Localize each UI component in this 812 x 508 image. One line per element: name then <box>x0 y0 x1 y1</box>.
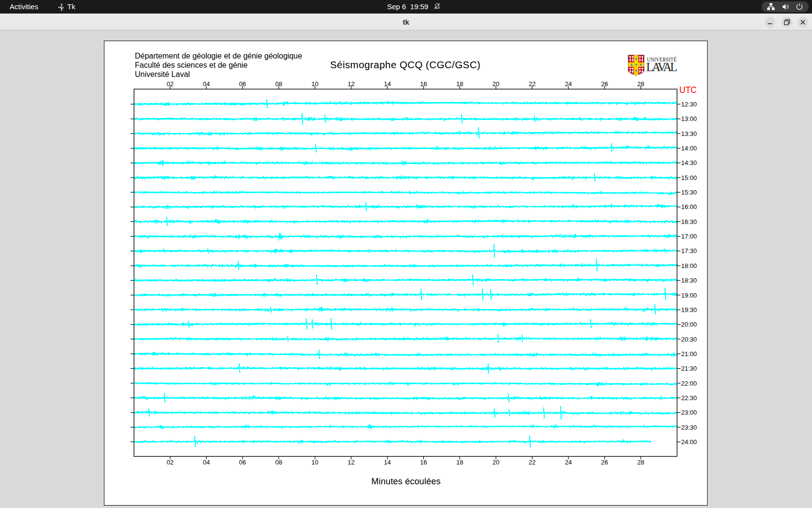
svg-text:24: 24 <box>565 80 572 88</box>
svg-text:23:00: 23:00 <box>681 409 697 416</box>
svg-text:22: 22 <box>529 80 536 88</box>
svg-text:14: 14 <box>384 459 391 466</box>
svg-text:15:00: 15:00 <box>681 174 697 181</box>
svg-text:20:00: 20:00 <box>681 321 697 328</box>
svg-text:08: 08 <box>275 459 282 466</box>
svg-text:04: 04 <box>203 459 210 466</box>
svg-text:14:30: 14:30 <box>681 159 697 166</box>
svg-text:21:30: 21:30 <box>681 365 697 372</box>
svg-text:14:00: 14:00 <box>681 145 697 152</box>
svg-text:16: 16 <box>420 459 427 466</box>
svg-text:02: 02 <box>167 459 174 466</box>
svg-text:22: 22 <box>529 459 536 466</box>
svg-text:Département de géologie et de: Département de géologie et de génie géol… <box>135 52 302 60</box>
svg-text:08: 08 <box>275 80 282 88</box>
svg-text:06: 06 <box>239 459 246 466</box>
svg-text:16:00: 16:00 <box>681 203 697 210</box>
svg-text:12: 12 <box>348 459 354 466</box>
svg-text:15:30: 15:30 <box>681 189 697 196</box>
svg-text:19:00: 19:00 <box>681 292 697 299</box>
svg-text:18:00: 18:00 <box>681 262 697 269</box>
svg-text:17:30: 17:30 <box>681 247 697 254</box>
svg-text:16: 16 <box>420 80 427 88</box>
svg-text:20: 20 <box>493 459 499 466</box>
svg-text:17:00: 17:00 <box>681 233 697 240</box>
svg-text:28: 28 <box>637 459 644 466</box>
svg-text:LAVAL: LAVAL <box>646 60 678 74</box>
svg-text:23:30: 23:30 <box>681 424 697 431</box>
svg-text:06: 06 <box>239 80 246 88</box>
svg-text:16:30: 16:30 <box>681 218 697 225</box>
svg-text:18: 18 <box>456 80 463 88</box>
svg-text:12:30: 12:30 <box>681 101 697 108</box>
svg-text:Minutes écoulées: Minutes écoulées <box>371 477 440 486</box>
svg-text:Faculté des sciences et de gén: Faculté des sciences et de génie <box>135 61 247 69</box>
svg-text:12: 12 <box>348 80 354 88</box>
svg-text:18:30: 18:30 <box>681 277 697 284</box>
svg-text:10: 10 <box>311 80 318 88</box>
svg-text:Université Laval: Université Laval <box>135 70 190 78</box>
svg-text:04: 04 <box>203 80 210 88</box>
svg-text:24:00: 24:00 <box>681 438 697 446</box>
svg-text:14: 14 <box>384 80 391 88</box>
svg-text:Séismographe QCQ (CGC/GSC): Séismographe QCQ (CGC/GSC) <box>330 59 480 70</box>
svg-text:20:30: 20:30 <box>681 336 697 343</box>
svg-text:13:00: 13:00 <box>681 115 697 122</box>
svg-text:24: 24 <box>565 459 572 466</box>
svg-text:13:30: 13:30 <box>681 130 697 137</box>
svg-text:20: 20 <box>493 80 499 88</box>
svg-text:21:00: 21:00 <box>681 350 697 358</box>
svg-text:26: 26 <box>601 459 608 466</box>
svg-text:18: 18 <box>456 459 463 466</box>
svg-text:26: 26 <box>601 80 608 88</box>
svg-text:10: 10 <box>311 459 318 466</box>
svg-text:22:00: 22:00 <box>681 380 697 387</box>
svg-text:UTC: UTC <box>680 85 697 95</box>
svg-text:28: 28 <box>637 80 644 88</box>
svg-text:02: 02 <box>167 80 174 88</box>
svg-text:22:30: 22:30 <box>681 394 697 402</box>
svg-text:19:30: 19:30 <box>681 306 697 314</box>
